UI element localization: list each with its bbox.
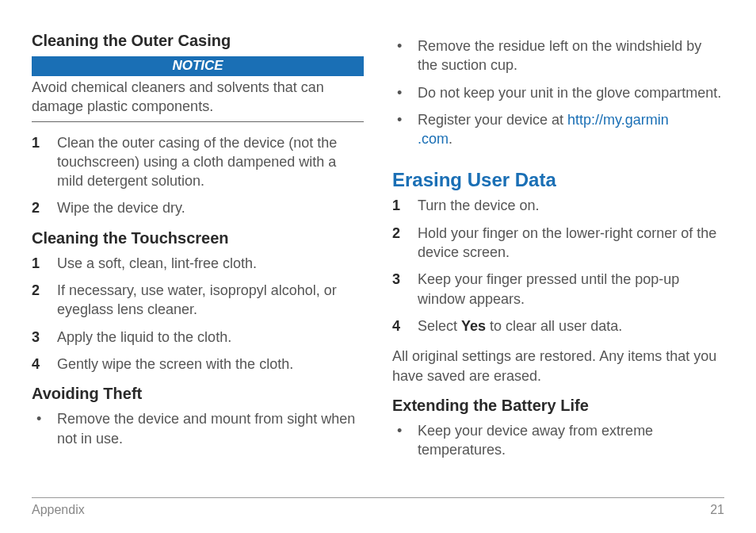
step-item: Use a soft, clean, lint-free cloth. <box>32 254 364 273</box>
footer-page-number: 21 <box>710 503 724 517</box>
battery-bullets: Keep your device away from extreme tempe… <box>392 421 724 460</box>
step4-pre: Select <box>418 318 461 334</box>
heading-battery-life: Extending the Battery Life <box>392 397 724 415</box>
step-item: Clean the outer casing of the device (no… <box>32 133 364 191</box>
heading-erase-user-data: Erasing User Data <box>392 169 724 191</box>
notice-banner: NOTICE <box>32 56 364 76</box>
erase-steps: Turn the device on. Hold your finger on … <box>392 196 724 336</box>
link-part-1: http://my.garmin <box>567 112 669 128</box>
step-item: Hold your finger on the lower-right corn… <box>392 224 724 263</box>
register-text-post: . <box>449 131 452 147</box>
outer-casing-steps: Clean the outer casing of the device (no… <box>32 133 364 218</box>
bullet-item: Do not keep your unit in the glove compa… <box>392 83 724 102</box>
page-footer: Appendix 21 <box>32 497 724 517</box>
heading-touchscreen: Cleaning the Touchscreen <box>32 229 364 247</box>
left-column: Cleaning the Outer Casing NOTICE Avoid c… <box>32 32 364 500</box>
notice-body: Avoid chemical cleaners and solvents tha… <box>32 76 364 122</box>
heading-theft: Avoiding Theft <box>32 385 364 403</box>
step4-post: to clear all user data. <box>486 318 622 334</box>
erase-result-text: All original settings are restored. Any … <box>392 347 724 385</box>
bullet-item: Keep your device away from extreme tempe… <box>392 421 724 460</box>
manual-page: Cleaning the Outer Casing NOTICE Avoid c… <box>0 0 756 533</box>
bullet-item-register: Register your device at http://my.garmin… <box>392 110 724 149</box>
right-column: Remove the residue left on the windshiel… <box>392 32 724 500</box>
bullet-item: Remove the residue left on the windshiel… <box>392 36 724 75</box>
step-item: Turn the device on. <box>392 196 724 215</box>
two-column-layout: Cleaning the Outer Casing NOTICE Avoid c… <box>32 32 724 500</box>
touchscreen-steps: Use a soft, clean, lint-free cloth. If n… <box>32 254 364 374</box>
step-item: If necessary, use water, isopropyl alcoh… <box>32 281 364 320</box>
footer-section-label: Appendix <box>32 503 85 517</box>
step4-yes: Yes <box>461 318 486 334</box>
step-item: Apply the liquid to the cloth. <box>32 328 364 347</box>
step-item: Wipe the device dry. <box>32 198 364 217</box>
heading-outer-casing: Cleaning the Outer Casing <box>32 32 364 50</box>
theft-bullets: Remove the device and mount from sight w… <box>32 409 364 448</box>
step-item: Keep your finger pressed until the pop-u… <box>392 270 724 309</box>
bullet-item: Remove the device and mount from sight w… <box>32 409 364 448</box>
link-part-2: .com <box>418 131 449 147</box>
theft-bullets-continued: Remove the residue left on the windshiel… <box>392 36 724 148</box>
step-item: Select Yes to clear all user data. <box>392 316 724 336</box>
register-text-pre: Register your device at <box>418 112 567 128</box>
step-item: Gently wipe the screen with the cloth. <box>32 355 364 374</box>
